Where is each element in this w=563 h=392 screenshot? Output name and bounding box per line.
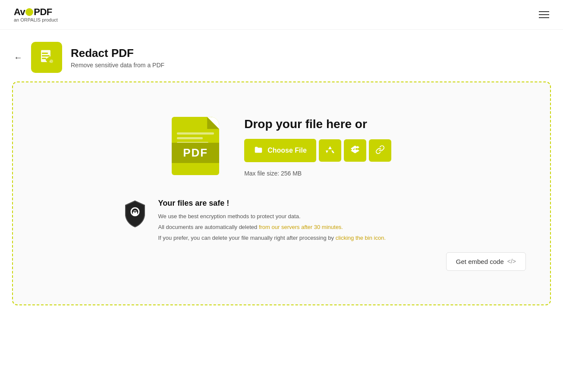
embed-tag: </> — [507, 258, 516, 265]
url-button[interactable] — [369, 139, 391, 162]
logo-subtitle: an ORPALIS product — [14, 17, 58, 22]
folder-open-icon — [254, 145, 263, 156]
choose-file-button[interactable]: Choose File — [244, 139, 316, 162]
upload-buttons: Choose File — [244, 139, 391, 162]
hamburger-line-1 — [539, 11, 549, 12]
security-title: Your files are safe ! — [158, 199, 386, 208]
logo-circle — [25, 8, 33, 16]
svg-point-5 — [50, 60, 53, 63]
tool-title: Redact PDF — [71, 47, 164, 60]
svg-rect-1 — [42, 53, 48, 54]
hamburger-menu[interactable] — [539, 11, 549, 18]
hamburger-line-2 — [539, 14, 549, 15]
dropbox-icon — [350, 144, 360, 157]
page-header: ← Redact PDF Remove sensitive data from … — [0, 30, 563, 82]
site-header: AvPDF an ORPALIS product — [0, 0, 563, 30]
dropbox-button[interactable] — [344, 139, 366, 162]
tool-info: Redact PDF Remove sensitive data from a … — [71, 47, 164, 69]
pdf-label-text: PDF — [172, 143, 219, 163]
pdf-line-1 — [177, 132, 214, 135]
security-line-3: If you prefer, you can delete your file … — [158, 234, 386, 243]
pdf-line-2 — [177, 137, 203, 139]
hamburger-line-3 — [539, 17, 549, 18]
google-drive-button[interactable] — [319, 139, 341, 162]
security-line-2: All documents are automatically deleted … — [158, 223, 386, 232]
security-section: Your files are safe ! We use the best en… — [113, 199, 450, 244]
redact-tool-icon — [38, 48, 56, 66]
logo: AvPDF an ORPALIS product — [14, 7, 58, 22]
embed-label: Get embed code — [456, 258, 504, 265]
back-button[interactable]: ← — [14, 53, 22, 63]
logo-title: AvPDF — [14, 7, 58, 17]
drop-zone[interactable]: PDF Drop your file here or Choose File — [12, 82, 551, 305]
svg-rect-3 — [42, 58, 46, 59]
max-file-size: Max file size: 256 MB — [244, 170, 391, 177]
choose-file-label: Choose File — [267, 147, 307, 154]
drop-text: Drop your file here or — [244, 117, 391, 131]
pdf-file-icon: PDF — [172, 117, 223, 177]
upload-area: PDF Drop your file here or Choose File — [27, 100, 536, 190]
tool-description: Remove sensitive data from a PDF — [71, 62, 164, 69]
shield-icon — [122, 199, 148, 225]
security-line-1: We use the best encryption methods to pr… — [158, 212, 386, 221]
svg-point-9 — [134, 211, 136, 213]
google-drive-icon — [325, 144, 335, 157]
upload-controls: Drop your file here or Choose File — [244, 117, 391, 177]
embed-bar: Get embed code </> — [27, 245, 536, 279]
tool-icon — [31, 42, 62, 73]
svg-rect-2 — [42, 55, 50, 56]
security-text: Your files are safe ! We use the best en… — [158, 199, 386, 244]
link-icon — [375, 145, 385, 157]
get-embed-code-button[interactable]: Get embed code </> — [446, 252, 526, 271]
